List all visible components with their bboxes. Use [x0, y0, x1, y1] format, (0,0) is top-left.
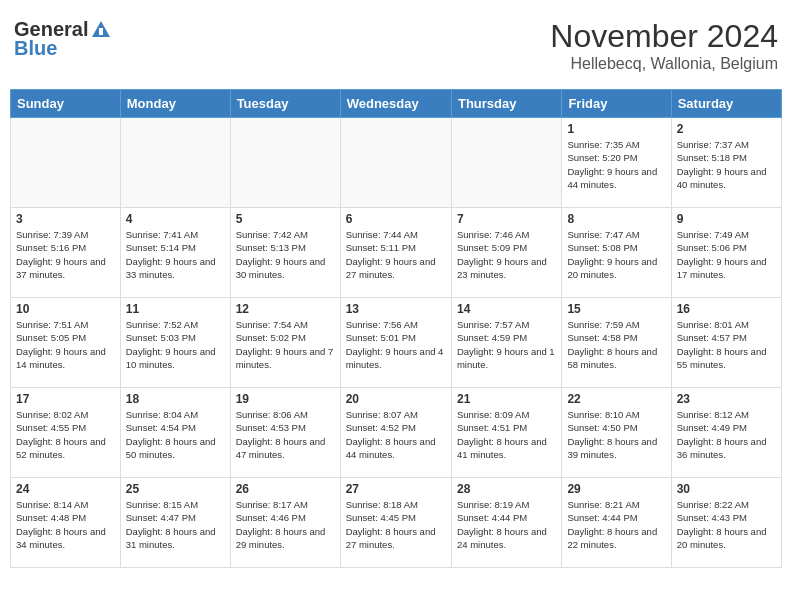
day-number: 21	[457, 392, 556, 406]
calendar-cell: 12Sunrise: 7:54 AM Sunset: 5:02 PM Dayli…	[230, 298, 340, 388]
weekday-header-thursday: Thursday	[451, 90, 561, 118]
weekday-header-saturday: Saturday	[671, 90, 781, 118]
day-number: 16	[677, 302, 776, 316]
week-row-4: 17Sunrise: 8:02 AM Sunset: 4:55 PM Dayli…	[11, 388, 782, 478]
day-info: Sunrise: 8:02 AM Sunset: 4:55 PM Dayligh…	[16, 408, 115, 461]
day-number: 28	[457, 482, 556, 496]
calendar-cell	[120, 118, 230, 208]
title-area: November 2024 Hellebecq, Wallonia, Belgi…	[550, 18, 778, 73]
page-header: General Blue November 2024 Hellebecq, Wa…	[10, 10, 782, 81]
day-info: Sunrise: 8:09 AM Sunset: 4:51 PM Dayligh…	[457, 408, 556, 461]
day-info: Sunrise: 7:54 AM Sunset: 5:02 PM Dayligh…	[236, 318, 335, 371]
day-number: 13	[346, 302, 446, 316]
week-row-2: 3Sunrise: 7:39 AM Sunset: 5:16 PM Daylig…	[11, 208, 782, 298]
day-number: 17	[16, 392, 115, 406]
weekday-header-row: SundayMondayTuesdayWednesdayThursdayFrid…	[11, 90, 782, 118]
day-info: Sunrise: 7:44 AM Sunset: 5:11 PM Dayligh…	[346, 228, 446, 281]
calendar-cell: 19Sunrise: 8:06 AM Sunset: 4:53 PM Dayli…	[230, 388, 340, 478]
day-info: Sunrise: 8:22 AM Sunset: 4:43 PM Dayligh…	[677, 498, 776, 551]
day-info: Sunrise: 8:04 AM Sunset: 4:54 PM Dayligh…	[126, 408, 225, 461]
weekday-header-tuesday: Tuesday	[230, 90, 340, 118]
calendar-cell: 2Sunrise: 7:37 AM Sunset: 5:18 PM Daylig…	[671, 118, 781, 208]
day-number: 6	[346, 212, 446, 226]
week-row-1: 1Sunrise: 7:35 AM Sunset: 5:20 PM Daylig…	[11, 118, 782, 208]
day-number: 14	[457, 302, 556, 316]
day-number: 12	[236, 302, 335, 316]
day-number: 24	[16, 482, 115, 496]
day-info: Sunrise: 8:21 AM Sunset: 4:44 PM Dayligh…	[567, 498, 665, 551]
day-info: Sunrise: 8:17 AM Sunset: 4:46 PM Dayligh…	[236, 498, 335, 551]
day-info: Sunrise: 8:12 AM Sunset: 4:49 PM Dayligh…	[677, 408, 776, 461]
calendar-cell: 5Sunrise: 7:42 AM Sunset: 5:13 PM Daylig…	[230, 208, 340, 298]
day-info: Sunrise: 8:06 AM Sunset: 4:53 PM Dayligh…	[236, 408, 335, 461]
week-row-5: 24Sunrise: 8:14 AM Sunset: 4:48 PM Dayli…	[11, 478, 782, 568]
weekday-header-friday: Friday	[562, 90, 671, 118]
day-info: Sunrise: 7:56 AM Sunset: 5:01 PM Dayligh…	[346, 318, 446, 371]
logo-icon	[90, 19, 112, 41]
calendar-cell: 10Sunrise: 7:51 AM Sunset: 5:05 PM Dayli…	[11, 298, 121, 388]
day-info: Sunrise: 8:19 AM Sunset: 4:44 PM Dayligh…	[457, 498, 556, 551]
calendar-cell: 22Sunrise: 8:10 AM Sunset: 4:50 PM Dayli…	[562, 388, 671, 478]
calendar-cell	[340, 118, 451, 208]
calendar-cell: 16Sunrise: 8:01 AM Sunset: 4:57 PM Dayli…	[671, 298, 781, 388]
day-info: Sunrise: 8:18 AM Sunset: 4:45 PM Dayligh…	[346, 498, 446, 551]
logo: General Blue	[14, 18, 112, 60]
day-number: 5	[236, 212, 335, 226]
day-number: 19	[236, 392, 335, 406]
calendar-cell: 15Sunrise: 7:59 AM Sunset: 4:58 PM Dayli…	[562, 298, 671, 388]
day-info: Sunrise: 7:52 AM Sunset: 5:03 PM Dayligh…	[126, 318, 225, 371]
calendar-cell: 9Sunrise: 7:49 AM Sunset: 5:06 PM Daylig…	[671, 208, 781, 298]
day-number: 9	[677, 212, 776, 226]
day-info: Sunrise: 8:14 AM Sunset: 4:48 PM Dayligh…	[16, 498, 115, 551]
day-info: Sunrise: 7:59 AM Sunset: 4:58 PM Dayligh…	[567, 318, 665, 371]
calendar-cell: 13Sunrise: 7:56 AM Sunset: 5:01 PM Dayli…	[340, 298, 451, 388]
calendar-cell: 17Sunrise: 8:02 AM Sunset: 4:55 PM Dayli…	[11, 388, 121, 478]
calendar-cell: 11Sunrise: 7:52 AM Sunset: 5:03 PM Dayli…	[120, 298, 230, 388]
month-title: November 2024	[550, 18, 778, 55]
calendar-cell: 14Sunrise: 7:57 AM Sunset: 4:59 PM Dayli…	[451, 298, 561, 388]
day-number: 22	[567, 392, 665, 406]
day-number: 20	[346, 392, 446, 406]
day-number: 4	[126, 212, 225, 226]
calendar-cell: 6Sunrise: 7:44 AM Sunset: 5:11 PM Daylig…	[340, 208, 451, 298]
day-info: Sunrise: 7:51 AM Sunset: 5:05 PM Dayligh…	[16, 318, 115, 371]
day-info: Sunrise: 7:42 AM Sunset: 5:13 PM Dayligh…	[236, 228, 335, 281]
day-info: Sunrise: 8:01 AM Sunset: 4:57 PM Dayligh…	[677, 318, 776, 371]
calendar-cell	[230, 118, 340, 208]
location-title: Hellebecq, Wallonia, Belgium	[550, 55, 778, 73]
day-number: 8	[567, 212, 665, 226]
calendar-cell: 8Sunrise: 7:47 AM Sunset: 5:08 PM Daylig…	[562, 208, 671, 298]
calendar-table: SundayMondayTuesdayWednesdayThursdayFrid…	[10, 89, 782, 568]
day-info: Sunrise: 7:49 AM Sunset: 5:06 PM Dayligh…	[677, 228, 776, 281]
day-number: 1	[567, 122, 665, 136]
calendar-cell	[451, 118, 561, 208]
calendar-cell: 27Sunrise: 8:18 AM Sunset: 4:45 PM Dayli…	[340, 478, 451, 568]
day-info: Sunrise: 7:57 AM Sunset: 4:59 PM Dayligh…	[457, 318, 556, 371]
day-info: Sunrise: 8:07 AM Sunset: 4:52 PM Dayligh…	[346, 408, 446, 461]
day-info: Sunrise: 7:35 AM Sunset: 5:20 PM Dayligh…	[567, 138, 665, 191]
weekday-header-monday: Monday	[120, 90, 230, 118]
day-number: 10	[16, 302, 115, 316]
calendar-cell: 29Sunrise: 8:21 AM Sunset: 4:44 PM Dayli…	[562, 478, 671, 568]
week-row-3: 10Sunrise: 7:51 AM Sunset: 5:05 PM Dayli…	[11, 298, 782, 388]
day-number: 26	[236, 482, 335, 496]
calendar-cell: 1Sunrise: 7:35 AM Sunset: 5:20 PM Daylig…	[562, 118, 671, 208]
day-number: 3	[16, 212, 115, 226]
day-number: 15	[567, 302, 665, 316]
calendar-cell: 3Sunrise: 7:39 AM Sunset: 5:16 PM Daylig…	[11, 208, 121, 298]
calendar-cell: 18Sunrise: 8:04 AM Sunset: 4:54 PM Dayli…	[120, 388, 230, 478]
logo-blue: Blue	[14, 37, 57, 60]
calendar-cell: 23Sunrise: 8:12 AM Sunset: 4:49 PM Dayli…	[671, 388, 781, 478]
day-info: Sunrise: 7:37 AM Sunset: 5:18 PM Dayligh…	[677, 138, 776, 191]
day-info: Sunrise: 8:15 AM Sunset: 4:47 PM Dayligh…	[126, 498, 225, 551]
day-number: 2	[677, 122, 776, 136]
weekday-header-wednesday: Wednesday	[340, 90, 451, 118]
calendar-cell: 26Sunrise: 8:17 AM Sunset: 4:46 PM Dayli…	[230, 478, 340, 568]
day-number: 30	[677, 482, 776, 496]
day-info: Sunrise: 8:10 AM Sunset: 4:50 PM Dayligh…	[567, 408, 665, 461]
day-info: Sunrise: 7:46 AM Sunset: 5:09 PM Dayligh…	[457, 228, 556, 281]
day-info: Sunrise: 7:39 AM Sunset: 5:16 PM Dayligh…	[16, 228, 115, 281]
day-number: 18	[126, 392, 225, 406]
calendar-cell	[11, 118, 121, 208]
day-info: Sunrise: 7:47 AM Sunset: 5:08 PM Dayligh…	[567, 228, 665, 281]
